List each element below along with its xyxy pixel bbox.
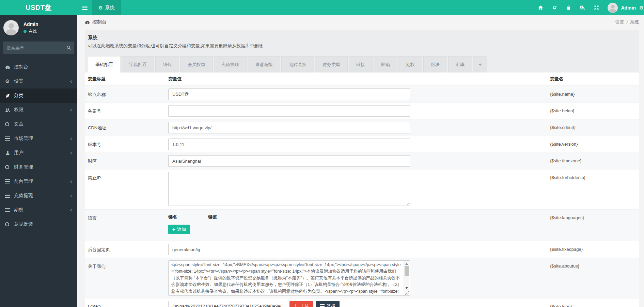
- cdn-url-input[interactable]: [168, 122, 410, 133]
- fullscreen-button[interactable]: [590, 0, 603, 15]
- admin-app: USDT盘 ⚙ 系统: [0, 0, 644, 307]
- tab-basic-config[interactable]: 基础配置: [88, 56, 121, 72]
- sidebar-item-label: 设置: [14, 78, 23, 84]
- sidebar-item-finance[interactable]: 财务管理: [0, 160, 77, 174]
- sidebar-item-options[interactable]: 期权 ‹: [0, 203, 77, 217]
- append-language-button[interactable]: + 追加: [168, 225, 190, 234]
- field-label: 版本号: [85, 139, 168, 148]
- online-status-label: 在线: [29, 29, 37, 34]
- circle-icon: [5, 122, 14, 126]
- tab-add-group-button[interactable]: +: [473, 56, 487, 72]
- sidebar-item-article[interactable]: 文章: [0, 117, 77, 131]
- sidebar-toggle-button[interactable]: [77, 0, 92, 15]
- forbidden-ip-textarea[interactable]: [168, 172, 410, 206]
- list-icon: [5, 179, 14, 183]
- sidebar-item-frontend[interactable]: 前台管理 ‹: [0, 174, 77, 189]
- sidebar-item-user[interactable]: 用户 ‹: [0, 146, 77, 160]
- panel-description: 可以在此增改系统的变量和分组,也可以自定义分组和变量,如果需要删除请从数据库中删…: [88, 43, 634, 49]
- upload-icon: [294, 304, 298, 307]
- user-name: Admin: [621, 5, 636, 11]
- sidebar-item-settings[interactable]: ⚙ 设置 ‹: [0, 74, 77, 88]
- tab-recharge-withdraw[interactable]: 充值提现: [214, 56, 247, 72]
- variable-name: {$site.name}: [547, 88, 639, 97]
- sidebar-user-name: Admin: [23, 21, 38, 27]
- user-avatar: [608, 3, 618, 13]
- clear-cache-button[interactable]: [562, 0, 576, 15]
- settings-gear-button[interactable]: ⚙: [639, 0, 644, 15]
- variable-name: {$site.logo}: [547, 301, 639, 307]
- field-label: 语言: [85, 212, 168, 221]
- tab-member-benefits[interactable]: 会员权益: [180, 56, 213, 72]
- sidebar-item-market[interactable]: 市场管理 ‹: [0, 131, 77, 146]
- logo-path-input[interactable]: [168, 301, 285, 307]
- list-icon: [5, 136, 14, 141]
- tab-block[interactable]: 区块: [423, 56, 447, 72]
- sidebar-item-category[interactable]: 分类: [0, 88, 77, 103]
- sidebar: Admin 在线 控制台 ⚙: [0, 15, 77, 307]
- sidebar-item-permission[interactable]: 权限 ‹: [0, 103, 77, 117]
- tab-wallet[interactable]: 钱包: [155, 56, 179, 72]
- column-header-title: 变量标题: [85, 76, 168, 82]
- sidebar-item-label: 前台管理: [14, 178, 33, 184]
- config-panel: 系统 可以在此增改系统的变量和分组,也可以自定义分组和变量,如果需要删除请从数据…: [85, 30, 639, 307]
- gears-icon: ⚙: [5, 78, 14, 84]
- breadcrumb-trail: 设置 / 系统: [615, 19, 639, 25]
- breadcrumb-current: 系统: [630, 19, 639, 25]
- variable-name: {$site.version}: [547, 139, 639, 147]
- variable-name: {$site.timezone}: [547, 155, 639, 163]
- plus-icon: +: [172, 227, 175, 232]
- scroll-down-icon[interactable]: [405, 287, 408, 289]
- sidebar-item-label: 充值提现: [14, 193, 33, 199]
- header-tab-system[interactable]: ⚙ 系统: [92, 0, 121, 15]
- tab-finance-type[interactable]: 财务类型: [315, 56, 348, 72]
- variable-name: {$site.fixedpage}: [547, 244, 639, 252]
- refresh-button[interactable]: [548, 0, 562, 15]
- menu-search-input[interactable]: [6, 45, 66, 50]
- sidebar-item-feedback[interactable]: 意见反馈: [0, 217, 77, 231]
- append-label: 追加: [177, 226, 186, 232]
- scroll-up-icon[interactable]: [405, 263, 408, 265]
- tab-exchange-rate[interactable]: 汇率: [448, 56, 472, 72]
- user-menu[interactable]: Admin: [603, 3, 639, 13]
- fixed-page-input[interactable]: [168, 244, 410, 255]
- tab-invite-poster[interactable]: 邀请海报: [248, 56, 280, 72]
- tab-transfer-exchange[interactable]: 划转兑换: [281, 56, 314, 72]
- breadcrumb-dashboard[interactable]: 控制台: [85, 19, 107, 25]
- tab-dict-config[interactable]: 字典配置: [122, 56, 154, 72]
- user-icon: [5, 150, 14, 156]
- timezone-input[interactable]: [168, 155, 410, 167]
- resize-handle[interactable]: [405, 291, 409, 295]
- home-button[interactable]: [534, 0, 548, 15]
- site-name-input[interactable]: [168, 88, 410, 100]
- aboutus-editor[interactable]: <p><span style="font-size: 14px;">BMEX</…: [168, 260, 410, 296]
- tab-links[interactable]: 链接: [349, 56, 373, 72]
- trash-icon: [566, 5, 571, 10]
- sidebar-item-label: 分类: [14, 93, 23, 99]
- version-input[interactable]: [168, 139, 410, 150]
- tab-email[interactable]: 邮箱: [374, 56, 397, 72]
- key-name-header: 键名: [168, 214, 208, 220]
- breadcrumb: 控制台 设置 / 系统: [77, 15, 644, 29]
- editor-scrollbar[interactable]: [404, 261, 409, 295]
- choose-button[interactable]: 选择: [316, 301, 340, 307]
- table-row: 后台固定页 {$site.fixedpage}: [85, 241, 639, 258]
- sidebar-item-dashboard[interactable]: 控制台: [0, 60, 77, 74]
- list-icon: [5, 208, 14, 212]
- breadcrumb-parent[interactable]: 设置: [615, 19, 624, 25]
- app-logo[interactable]: USDT盘: [0, 0, 77, 15]
- field-label: CDN地址: [85, 122, 168, 131]
- chevron-left-icon: ‹: [70, 79, 72, 84]
- field-label: 备案号: [85, 105, 168, 114]
- tab-options[interactable]: 期权: [398, 56, 422, 72]
- upload-label: 上传: [300, 303, 309, 307]
- scrollbar-thumb[interactable]: [405, 266, 409, 276]
- sidebar-item-recharge[interactable]: 充值提现 ‹: [0, 189, 77, 203]
- column-header-value: 变量值: [168, 76, 547, 82]
- gear-icon: ⚙: [98, 5, 103, 10]
- sidebar-item-label: 控制台: [14, 64, 28, 70]
- variable-name: {$site.beian}: [547, 105, 639, 113]
- upload-button[interactable]: 上传: [289, 301, 313, 307]
- beian-input[interactable]: [168, 105, 410, 117]
- language-button[interactable]: 文: [576, 0, 590, 15]
- chevron-left-icon: ‹: [70, 150, 72, 156]
